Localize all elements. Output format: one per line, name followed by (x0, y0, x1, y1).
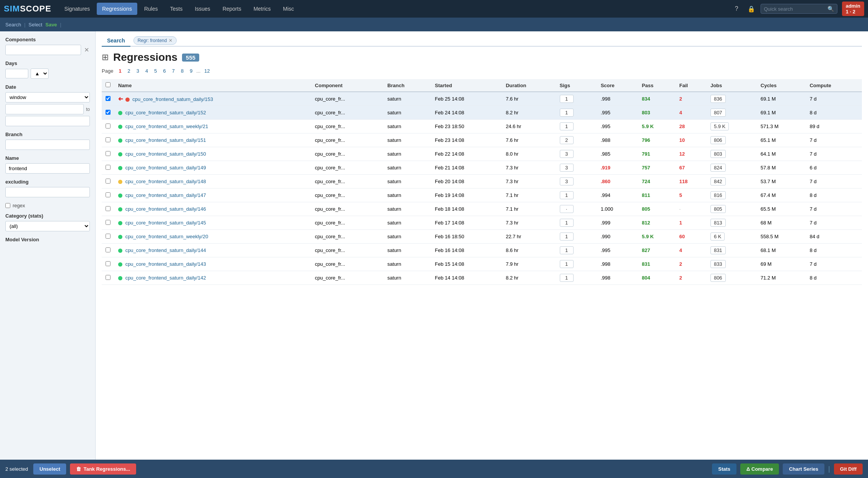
regression-link[interactable]: cpu_core_frontend_saturn_weekly/20 (125, 234, 208, 239)
nav-tests[interactable]: Tests (165, 3, 188, 15)
jobs-box[interactable]: 803 (710, 150, 726, 158)
days-input[interactable] (5, 69, 28, 78)
page-12[interactable]: 12 (202, 67, 212, 75)
regression-link[interactable]: cpu_core_frontend_saturn_daily/147 (125, 192, 206, 198)
regression-link[interactable]: cpu_core_frontend_saturn_daily/151 (125, 137, 206, 143)
jobs-box[interactable]: 831 (710, 246, 726, 254)
jobs-box[interactable]: 806 (710, 136, 726, 144)
sigs-box[interactable]: 1 (560, 191, 574, 199)
filter-tag[interactable]: Regr: frontend ✕ (133, 36, 177, 45)
page-4[interactable]: 4 (143, 67, 150, 75)
components-clear-btn[interactable]: ✕ (83, 46, 90, 54)
jobs-box[interactable]: 807 (710, 109, 726, 117)
regression-link[interactable]: cpu_core_frontend_saturn_daily/153 (132, 96, 213, 102)
app-logo[interactable]: SIMSCOPE (4, 4, 51, 14)
sigs-box[interactable]: · (560, 205, 574, 213)
row-checkbox[interactable] (106, 275, 111, 280)
col-component[interactable]: Component (311, 79, 384, 92)
unselect-button[interactable]: Unselect (33, 463, 66, 475)
page-8[interactable]: 8 (179, 67, 186, 75)
days-spinner[interactable]: ▲▼ (31, 68, 49, 79)
regression-link[interactable]: cpu_core_frontend_saturn_daily/148 (125, 179, 206, 184)
sigs-box[interactable]: 3 (560, 150, 574, 158)
jobs-box[interactable]: 816 (710, 191, 726, 199)
col-sigs[interactable]: Sigs (556, 79, 597, 92)
jobs-box[interactable]: 805 (710, 205, 726, 213)
row-checkbox[interactable] (106, 179, 111, 184)
col-score[interactable]: Score (597, 79, 638, 92)
row-checkbox[interactable] (106, 261, 111, 266)
select-all-checkbox[interactable] (106, 82, 111, 87)
date-window-select[interactable]: window range (5, 92, 90, 102)
row-checkbox[interactable] (106, 124, 111, 128)
col-duration[interactable]: Duration (502, 79, 556, 92)
regression-link[interactable]: cpu_core_frontend_saturn_daily/144 (125, 247, 206, 253)
regression-link[interactable]: cpu_core_frontend_saturn_daily/145 (125, 220, 206, 226)
row-checkbox[interactable] (106, 137, 111, 142)
page-3[interactable]: 3 (134, 67, 141, 75)
date-to-input[interactable] (5, 116, 90, 126)
sigs-box[interactable]: 1 (560, 246, 574, 254)
sigs-box[interactable]: 1 (560, 219, 574, 227)
jobs-box[interactable]: 5.9 K (710, 122, 729, 130)
row-checkbox[interactable] (106, 165, 111, 170)
toolbar-search[interactable]: Search (5, 22, 21, 28)
regression-link[interactable]: cpu_core_frontend_saturn_daily/149 (125, 165, 206, 171)
col-compute[interactable]: Compute (806, 79, 862, 92)
jobs-box[interactable]: 813 (710, 219, 726, 227)
name-input[interactable] (5, 163, 90, 174)
page-1[interactable]: 1 (116, 67, 124, 75)
search-tab[interactable]: Search (102, 35, 130, 47)
lock-icon[interactable]: 🔒 (744, 3, 759, 15)
branch-input[interactable] (5, 140, 90, 150)
nav-reports[interactable]: Reports (217, 3, 247, 15)
filter-tag-close[interactable]: ✕ (169, 38, 172, 43)
nav-signatures[interactable]: Signatures (59, 3, 95, 15)
col-pass[interactable]: Pass (638, 79, 676, 92)
col-fail[interactable]: Fail (676, 79, 707, 92)
components-input[interactable] (5, 45, 81, 55)
quick-search-input[interactable] (764, 6, 825, 12)
jobs-box[interactable]: 806 (710, 274, 726, 282)
row-checkbox[interactable] (106, 192, 111, 197)
page-6[interactable]: 6 (161, 67, 168, 75)
stats-button[interactable]: Stats (712, 463, 736, 475)
row-checkbox[interactable] (106, 234, 111, 239)
jobs-box[interactable]: 842 (710, 177, 726, 185)
sigs-box[interactable]: 1 (560, 95, 574, 103)
row-checkbox[interactable] (106, 96, 111, 101)
admin-badge[interactable]: admin1 · 2 (842, 2, 864, 16)
jobs-box[interactable]: 836 (710, 95, 726, 103)
nav-regressions[interactable]: Regressions (97, 3, 137, 15)
col-name[interactable]: Name (114, 79, 311, 92)
row-checkbox[interactable] (106, 151, 111, 156)
category-select[interactable]: (all) (5, 221, 90, 231)
sigs-box[interactable]: 1 (560, 109, 574, 117)
row-checkbox[interactable] (106, 206, 111, 211)
regression-link[interactable]: cpu_core_frontend_saturn_daily/146 (125, 206, 206, 212)
regression-link[interactable]: cpu_core_frontend_saturn_daily/150 (125, 151, 206, 157)
regression-link[interactable]: cpu_core_frontend_saturn_daily/142 (125, 275, 206, 281)
col-started[interactable]: Started (431, 79, 502, 92)
sigs-box[interactable]: 3 (560, 164, 574, 172)
row-checkbox[interactable] (106, 247, 111, 252)
jobs-box[interactable]: 6 K (710, 232, 725, 241)
page-9[interactable]: 9 (187, 67, 195, 75)
nav-issues[interactable]: Issues (189, 3, 215, 15)
tank-button[interactable]: 🗑 Tank Regressions... (70, 463, 136, 475)
page-2[interactable]: 2 (125, 67, 133, 75)
row-checkbox[interactable] (106, 110, 111, 115)
sigs-box[interactable]: 2 (560, 136, 574, 144)
date-from-input[interactable] (5, 104, 84, 114)
help-icon[interactable]: ? (731, 3, 742, 15)
sigs-box[interactable]: 1 (560, 260, 574, 268)
sigs-box[interactable]: 1 (560, 122, 574, 130)
chart-series-button[interactable]: Chart Series (783, 463, 824, 475)
page-5[interactable]: 5 (152, 67, 159, 75)
sigs-box[interactable]: 1 (560, 274, 574, 282)
gitdiff-button[interactable]: Git Diff (834, 463, 863, 475)
nav-misc[interactable]: Misc (278, 3, 299, 15)
regex-checkbox[interactable] (5, 203, 10, 208)
regression-link[interactable]: cpu_core_frontend_saturn_daily/143 (125, 261, 206, 267)
regression-link[interactable]: cpu_core_frontend_saturn_weekly/21 (125, 124, 208, 129)
